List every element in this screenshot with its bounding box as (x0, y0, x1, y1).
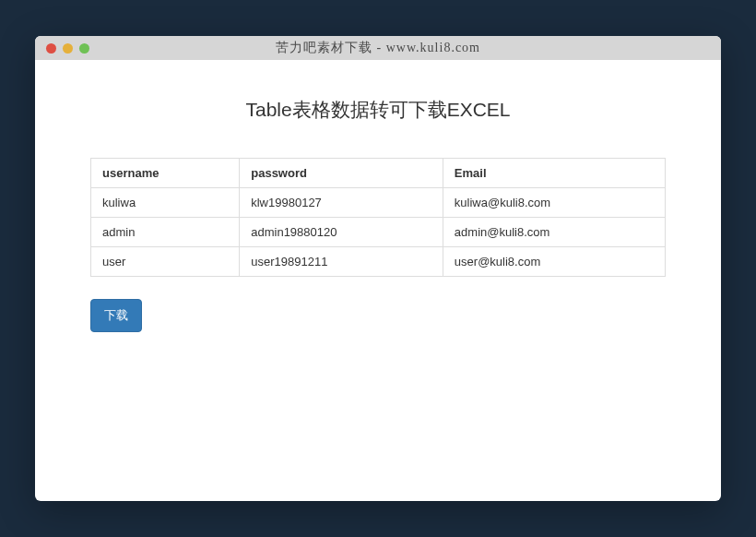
table-header-email: Email (443, 159, 665, 188)
traffic-lights (35, 43, 89, 54)
table-cell: admin (91, 218, 240, 247)
close-icon[interactable] (46, 43, 56, 54)
table-cell: kuliwa@kuli8.com (443, 188, 665, 218)
table-cell: klw19980127 (240, 188, 443, 218)
maximize-icon[interactable] (79, 43, 89, 54)
table-row: admin admin19880120 admin@kuli8.com (91, 218, 666, 247)
download-button[interactable]: 下载 (90, 299, 142, 332)
table-cell: admin@kuli8.com (443, 218, 665, 247)
page-title: Table表格数据转可下载EXCEL (90, 97, 666, 123)
table-cell: user@kuli8.com (443, 247, 665, 277)
window-content: Table表格数据转可下载EXCEL username password Ema… (35, 60, 721, 369)
table-header-row: username password Email (91, 159, 666, 188)
table-cell: user (91, 247, 240, 277)
table-cell: admin19880120 (240, 218, 443, 247)
table-row: user user19891211 user@kuli8.com (91, 247, 666, 277)
table-row: kuliwa klw19980127 kuliwa@kuli8.com (91, 188, 666, 218)
table-header-password: password (240, 159, 443, 188)
table-header-username: username (91, 159, 240, 188)
app-window: 苦力吧素材下载 - www.kuli8.com Table表格数据转可下载EXC… (35, 36, 721, 501)
minimize-icon[interactable] (63, 43, 73, 54)
table-cell: user19891211 (240, 247, 443, 277)
window-titlebar: 苦力吧素材下载 - www.kuli8.com (35, 36, 721, 60)
table-cell: kuliwa (91, 188, 240, 218)
window-title: 苦力吧素材下载 - www.kuli8.com (35, 40, 721, 56)
data-table: username password Email kuliwa klw199801… (90, 158, 666, 277)
